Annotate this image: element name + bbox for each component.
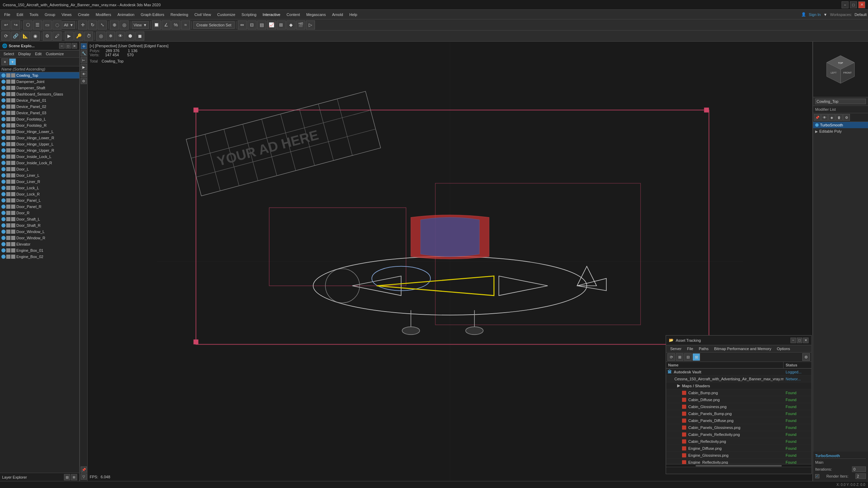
render-iters-checkbox[interactable]: ✓	[815, 474, 819, 478]
angle-snap-button[interactable]: ∠	[162, 20, 171, 30]
mod-show-button[interactable]: 👁	[821, 114, 828, 121]
tree-item[interactable]: Door_Liner_R	[0, 179, 79, 185]
tree-item[interactable]: Door_Hinge_Lower_R	[0, 135, 79, 141]
reference-coord-button[interactable]: ⊕	[110, 20, 119, 30]
menu-arnold[interactable]: Arnold	[329, 10, 346, 19]
tb2-isolate-btn[interactable]: ◎	[96, 32, 105, 41]
at-collapse-button[interactable]: ⊟	[684, 353, 692, 361]
tree-item[interactable]: Elevator	[0, 241, 79, 247]
tb2-btn4[interactable]: ◉	[31, 32, 40, 41]
tb2-time-btn[interactable]: ⏱	[84, 32, 93, 41]
modifier-turbosmooth[interactable]: TurboSmooth	[813, 122, 868, 128]
menu-tools[interactable]: Tools	[27, 10, 41, 19]
tb2-wire-btn[interactable]: ⬢	[125, 32, 135, 41]
at-tree-row[interactable]: ▶ Maps / Shaders	[666, 382, 811, 389]
maximize-button[interactable]: □	[850, 1, 857, 8]
at-tree-row[interactable]: Cabin_Panels_Reflectivity.png Found	[666, 431, 811, 438]
menu-views[interactable]: Views	[59, 10, 74, 19]
menu-content[interactable]: Content	[284, 10, 303, 19]
tb2-freeze-btn[interactable]: ❄	[106, 32, 115, 41]
at-tree-row[interactable]: Cabin_Glossiness.png Found	[666, 403, 811, 410]
menu-group[interactable]: Group	[42, 10, 58, 19]
menu-edit[interactable]: Edit	[14, 10, 26, 19]
menu-graph-editors[interactable]: Graph Editors	[138, 10, 167, 19]
menu-file[interactable]: File	[1, 10, 13, 19]
tree-item[interactable]: Dampener_Joint	[0, 78, 79, 85]
render-iters-input[interactable]	[855, 473, 866, 479]
mirror-button[interactable]: ⇔	[238, 20, 247, 30]
percent-snap-button[interactable]: %	[171, 20, 180, 30]
at-refresh-button[interactable]: ⟳	[667, 353, 675, 361]
dropdown-arrow-icon[interactable]: ▼	[824, 13, 827, 17]
hierarchy-panel-icon[interactable]: ⊢	[81, 57, 87, 63]
create-selection-set-button[interactable]: Create Selection Set	[193, 21, 235, 29]
se-close-btn[interactable]: ✕	[1, 58, 8, 65]
at-menu-server[interactable]: Server	[667, 346, 684, 351]
at-tree-row[interactable]: Cabin_Panels_Bump.png Found	[666, 410, 811, 417]
render-button[interactable]: ▷	[306, 20, 315, 30]
se-menu-edit[interactable]: Edit	[33, 51, 44, 57]
render-setup-button[interactable]: 🎬	[296, 20, 305, 30]
tb2-key-btn[interactable]: 🔑	[74, 32, 83, 41]
tree-item[interactable]: Door_Hinge_Upper_L	[0, 141, 79, 147]
menu-rendering[interactable]: Rendering	[168, 10, 191, 19]
at-maximize-button[interactable]: □	[797, 338, 802, 343]
select-move-button[interactable]: ✛	[78, 20, 87, 30]
at-settings-button[interactable]: ⚙	[802, 353, 810, 361]
nav-cube-icon[interactable]: TOP FRONT LEFT	[823, 52, 858, 87]
mod-isolate-button[interactable]: ◈	[828, 114, 835, 121]
select-by-name-button[interactable]: ☰	[33, 20, 42, 30]
lasso-select-button[interactable]: ◌	[52, 20, 62, 30]
tb2-shaded-btn[interactable]: ◼	[135, 32, 144, 41]
menu-animation[interactable]: Animation	[115, 10, 137, 19]
at-scrollbar[interactable]	[666, 464, 811, 467]
tree-item[interactable]: Door_Shaft_R	[0, 222, 79, 229]
scene-explorer-close[interactable]: ✕	[72, 43, 77, 49]
tb2-anim-btn[interactable]: ▶	[65, 32, 74, 41]
tree-item[interactable]: Door_Inside_Lock_L	[0, 154, 79, 160]
tree-item[interactable]: Door_Shaft_L	[0, 216, 79, 222]
menu-megascans[interactable]: Megascans	[303, 10, 328, 19]
at-tree-row[interactable]: Cessna_150_Aircraft_with_Advertising_Air…	[666, 375, 811, 382]
at-tree-row[interactable]: Engine_Diffuse.png Found	[666, 445, 811, 452]
undo-button[interactable]: ↩	[1, 20, 10, 30]
iterations-input[interactable]	[852, 466, 866, 472]
curve-editor-button[interactable]: 📈	[267, 20, 276, 30]
at-tree-row[interactable]: Cabin_Reflectivity.png Found	[666, 438, 811, 445]
menu-interactive[interactable]: Interactive	[260, 10, 283, 19]
tree-item[interactable]: Door_Hinge_Upper_R	[0, 147, 79, 154]
menu-create[interactable]: Create	[75, 10, 92, 19]
menu-modifiers[interactable]: Modifiers	[93, 10, 114, 19]
rotate-button[interactable]: ↻	[88, 20, 97, 30]
at-expand-button[interactable]: ⊞	[676, 353, 683, 361]
window-controls[interactable]: − □ ✕	[842, 1, 865, 8]
tree-item[interactable]: Door_Footstep_R	[0, 122, 79, 129]
at-minimize-button[interactable]: −	[790, 338, 796, 343]
view-dropdown[interactable]: View ▼	[132, 21, 149, 29]
object-name-input[interactable]	[815, 99, 866, 104]
mod-config-button[interactable]: ⚙	[843, 114, 850, 121]
footer-layers-btn[interactable]: ▤	[64, 474, 70, 480]
se-menu-select[interactable]: Select	[1, 51, 16, 57]
display-panel-icon[interactable]: 👁	[81, 71, 87, 77]
at-file-tree[interactable]: 🏛 Autodesk Vault Logged... Cessna_150_Ai…	[666, 369, 811, 464]
motion-panel-icon[interactable]: ▶	[81, 64, 87, 70]
se-filter-btn[interactable]: ▼	[9, 58, 16, 65]
snap-toggle-button[interactable]: 🔲	[152, 20, 161, 30]
select-filter-dropdown[interactable]: All ▼	[62, 21, 75, 29]
tree-item[interactable]: Door_Inside_Lock_R	[0, 160, 79, 166]
minimize-button[interactable]: −	[842, 1, 849, 8]
at-tree-row[interactable]: Cabin_Diffuse.png Found	[666, 396, 811, 403]
tree-item[interactable]: Dashboard_Sensors_Glass	[0, 91, 79, 97]
tb2-btn3[interactable]: 📐	[21, 32, 30, 41]
tree-item[interactable]: Device_Panel_02	[0, 104, 79, 110]
redo-button[interactable]: ↪	[11, 20, 20, 30]
tree-item[interactable]: Engine_Box_02	[0, 254, 79, 260]
sign-in-button[interactable]: Sign In	[809, 13, 821, 17]
at-close-button[interactable]: ✕	[803, 338, 809, 343]
tree-item[interactable]: Door_L	[0, 166, 79, 172]
at-menu-paths[interactable]: Paths	[696, 346, 711, 351]
menu-customize[interactable]: Customize	[214, 10, 238, 19]
scene-explorer-maximize[interactable]: □	[65, 43, 71, 49]
at-menu-options[interactable]: Options	[774, 346, 793, 351]
